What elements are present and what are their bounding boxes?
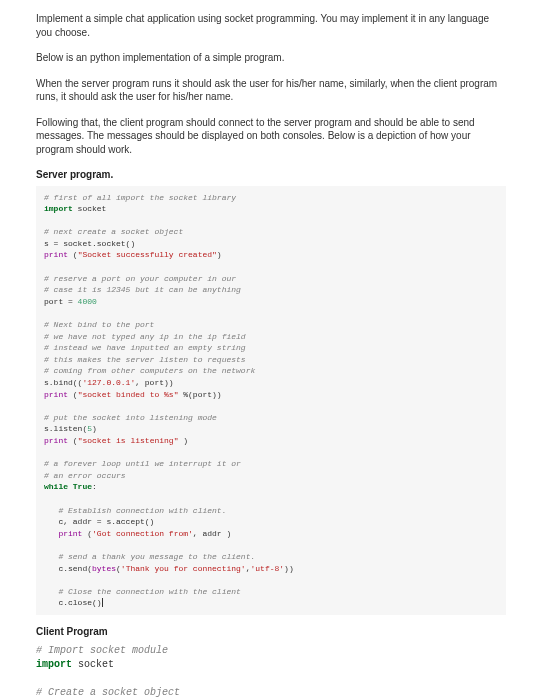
client-code-block: # Import socket moduleimport socket # Cr…	[36, 642, 506, 700]
intro-para-3: When the server program runs it should a…	[36, 77, 506, 104]
intro-para-2: Below is an python implementation of a s…	[36, 51, 506, 65]
server-code-block: # first of all import the socket library…	[36, 186, 506, 615]
client-heading: Client Program	[36, 625, 506, 639]
intro-para-1: Implement a simple chat application usin…	[36, 12, 506, 39]
intro-para-4: Following that, the client program shoul…	[36, 116, 506, 157]
server-heading: Server program.	[36, 168, 506, 182]
